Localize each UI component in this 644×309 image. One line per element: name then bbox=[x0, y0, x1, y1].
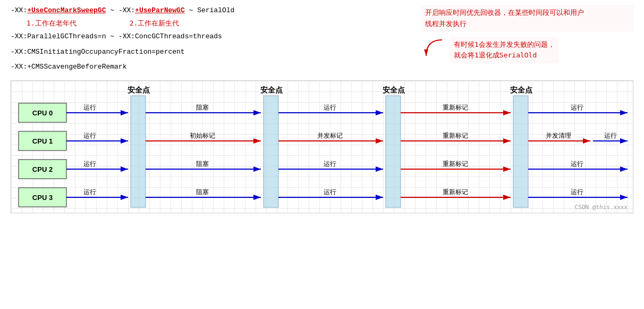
code-line-1: -XX:+UseConcMarkSweepGC ~ -XX:+UseParNew… bbox=[11, 5, 340, 16]
svg-text:阻塞: 阻塞 bbox=[196, 188, 209, 196]
svg-text:安全点: 安全点 bbox=[382, 86, 405, 94]
svg-text:重新标记: 重新标记 bbox=[443, 104, 468, 111]
code-sep-2: ~ bbox=[189, 6, 198, 14]
top-section: -XX:+UseConcMarkSweepGC ~ -XX:+UseParNew… bbox=[11, 5, 633, 73]
svg-text:阻塞: 阻塞 bbox=[196, 104, 209, 111]
svg-rect-6 bbox=[264, 96, 278, 207]
annotation-2: 有时候1会发生并发失败的问题，就会将1退化成SerialOld bbox=[450, 37, 559, 64]
svg-text:初始标记: 初始标记 bbox=[190, 132, 215, 139]
svg-text:运行: 运行 bbox=[83, 104, 96, 111]
code-line-2: -XX:ParallelGCThreads=n ~ -XX:ConcGCThre… bbox=[11, 31, 340, 43]
code-sep-1: ~ bbox=[110, 6, 118, 14]
svg-text:并发清理: 并发清理 bbox=[546, 132, 571, 139]
svg-text:CPU 1: CPU 1 bbox=[32, 137, 53, 145]
svg-text:CPU 0: CPU 0 bbox=[32, 109, 53, 117]
svg-text:运行: 运行 bbox=[83, 188, 96, 196]
svg-rect-8 bbox=[513, 96, 528, 207]
annotation-arrow-svg bbox=[421, 37, 447, 59]
svg-text:CPU 3: CPU 3 bbox=[32, 194, 53, 202]
subtitle-1: 1.工作在老年代 bbox=[27, 19, 77, 28]
svg-text:安全点: 安全点 bbox=[127, 86, 150, 94]
svg-text:运行: 运行 bbox=[324, 160, 336, 168]
svg-text:安全点: 安全点 bbox=[510, 86, 532, 94]
svg-text:运行: 运行 bbox=[83, 160, 96, 168]
code-prefix-2: -XX: bbox=[118, 6, 135, 14]
svg-text:重新标记: 重新标记 bbox=[443, 132, 468, 139]
svg-text:重新标记: 重新标记 bbox=[443, 188, 468, 196]
svg-text:CPU 2: CPU 2 bbox=[32, 165, 53, 173]
diagram-section: 安全点 安全点 安全点 安全点 bbox=[11, 80, 633, 213]
svg-text:运行: 运行 bbox=[571, 104, 583, 111]
svg-text:阻塞: 阻塞 bbox=[196, 160, 209, 168]
code-link-1: +UseConcMarkSweepGC bbox=[27, 6, 106, 14]
svg-text:运行: 运行 bbox=[571, 160, 583, 168]
svg-text:运行: 运行 bbox=[324, 188, 336, 196]
subtitle-row: 1.工作在老年代 2.工作在新生代 bbox=[27, 19, 340, 28]
svg-text:运行: 运行 bbox=[604, 132, 617, 139]
diagram-svg: 安全点 安全点 安全点 安全点 bbox=[11, 81, 633, 213]
code-line-3: -XX:CMSInitiatingOccupancyFraction=perce… bbox=[11, 47, 340, 58]
svg-text:安全点: 安全点 bbox=[260, 86, 283, 94]
svg-text:重新标记: 重新标记 bbox=[443, 160, 468, 168]
main-container: -XX:+UseConcMarkSweepGC ~ -XX:+UseParNew… bbox=[0, 0, 644, 309]
code-serialold: SerialOld bbox=[197, 6, 234, 14]
code-prefix-1: -XX: bbox=[11, 6, 27, 14]
annotation-area: 开启响应时间优先回收器，在某些时间段可以和用户线程并发执行 有时候1会发生并发失… bbox=[421, 5, 633, 63]
svg-text:运行: 运行 bbox=[83, 132, 96, 139]
annotation-2-container: 有时候1会发生并发失败的问题，就会将1退化成SerialOld bbox=[421, 37, 633, 64]
code-line-4: -XX:+CMSScavengeBeforeRemark bbox=[11, 62, 340, 73]
svg-text:运行: 运行 bbox=[571, 188, 583, 196]
svg-rect-5 bbox=[131, 96, 146, 207]
code-link-2: +UseParNewGC bbox=[135, 6, 185, 14]
svg-text:运行: 运行 bbox=[324, 104, 336, 111]
subtitle-2: 2.工作在新生代 bbox=[130, 19, 180, 28]
svg-text:并发标记: 并发标记 bbox=[317, 132, 343, 139]
annotation-1: 开启响应时间优先回收器，在某些时间段可以和用户线程并发执行 bbox=[421, 5, 633, 32]
svg-rect-7 bbox=[386, 96, 401, 207]
